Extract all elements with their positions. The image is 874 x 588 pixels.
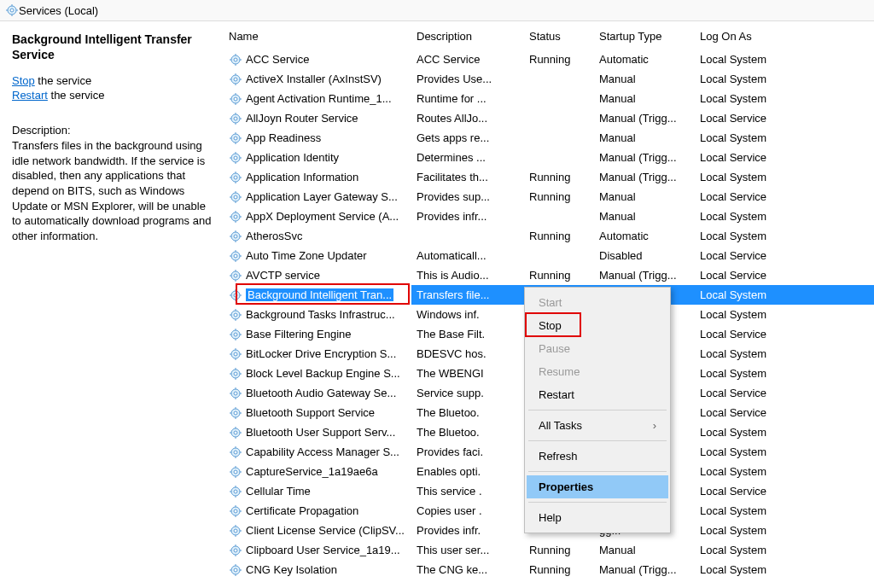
table-header-row[interactable]: Name Description Status Startup Type Log…	[224, 21, 874, 49]
cell-desc: BDESVC hos.	[411, 344, 524, 364]
svg-point-133	[234, 470, 237, 474]
service-gear-icon	[229, 367, 242, 381]
service-gear-icon	[229, 112, 242, 125]
cell-name[interactable]: Block Level Backup Engine S...	[224, 364, 411, 383]
cell-status	[524, 207, 594, 226]
cell-name[interactable]: CaptureService_1a19ae6a	[224, 462, 411, 481]
stop-link[interactable]: Stop	[12, 74, 35, 87]
menu-resume[interactable]: Resume	[527, 360, 668, 383]
cell-startup: Manual (Trigg...	[594, 108, 695, 128]
table-row[interactable]: Auto Time Zone UpdaterAutomaticall...Dis…	[224, 246, 874, 265]
service-gear-icon	[229, 465, 242, 479]
svg-point-109	[234, 392, 237, 395]
window-header: Services (Local)	[0, 0, 874, 21]
table-row[interactable]: App ReadinessGets apps re...ManualLocal …	[224, 128, 874, 148]
context-menu: Start Stop Pause Resume Restart All Task…	[524, 287, 671, 533]
svg-point-13	[234, 78, 237, 81]
table-row[interactable]: AtherosSvcRunningAutomaticLocal System	[224, 226, 874, 246]
cell-name[interactable]: Certificate Propagation	[224, 501, 411, 521]
cell-desc: Provides infr.	[411, 521, 524, 540]
cell-name[interactable]: Application Layer Gateway S...	[224, 187, 411, 207]
table-row[interactable]: Agent Activation Runtime_1...Runtime for…	[224, 89, 874, 108]
col-startup[interactable]: Startup Type	[594, 21, 695, 49]
menu-pause[interactable]: Pause	[527, 337, 668, 360]
cell-name[interactable]: AtherosSvc	[224, 226, 411, 246]
cell-status	[524, 128, 594, 148]
cell-startup: Manual	[594, 128, 695, 148]
cell-name[interactable]: AppX Deployment Service (A...	[224, 207, 411, 226]
cell-name[interactable]: App Readiness	[224, 128, 411, 148]
service-gear-icon	[229, 230, 242, 243]
svg-point-25	[234, 117, 237, 120]
svg-point-103	[234, 372, 237, 376]
svg-point-19	[234, 97, 237, 101]
restart-action-line: Restart the service	[12, 89, 212, 102]
cell-name[interactable]: Application Information	[224, 167, 411, 187]
cell-name[interactable]: BitLocker Drive Encryption S...	[224, 344, 411, 364]
table-row[interactable]: Application InformationFacilitates th...…	[224, 167, 874, 187]
cell-desc: Provides Use...	[411, 69, 524, 89]
cell-name[interactable]: Cellular Time	[224, 481, 411, 501]
table-row[interactable]: AppX Deployment Service (A...Provides in…	[224, 207, 874, 226]
cell-name[interactable]: AllJoyn Router Service	[224, 108, 411, 128]
svg-point-79	[234, 294, 237, 297]
menu-properties[interactable]: Properties	[527, 475, 668, 498]
cell-name[interactable]: Bluetooth Audio Gateway Se...	[224, 383, 411, 403]
cell-name[interactable]: CNG Key Isolation	[224, 560, 411, 579]
menu-refresh[interactable]: Refresh	[527, 445, 668, 468]
col-status[interactable]: Status	[524, 21, 594, 49]
menu-help[interactable]: Help	[527, 506, 668, 529]
cell-name[interactable]: Base Filtering Engine	[224, 324, 411, 344]
menu-restart[interactable]: Restart	[527, 383, 668, 406]
table-row[interactable]: ActiveX Installer (AxInstSV)Provides Use…	[224, 69, 874, 89]
cell-logon: Local Service	[695, 148, 874, 167]
cell-logon: Local System	[695, 422, 874, 442]
svg-point-73	[234, 274, 237, 277]
cell-name[interactable]: Bluetooth Support Service	[224, 403, 411, 422]
table-row[interactable]: CNG Key IsolationThe CNG ke...RunningMan…	[224, 560, 874, 579]
cell-name[interactable]: ActiveX Installer (AxInstSV)	[224, 69, 411, 89]
table-row[interactable]: ACC ServiceACC ServiceRunningAutomaticLo…	[224, 49, 874, 69]
description-label: Description:	[12, 124, 212, 137]
svg-point-49	[234, 195, 237, 199]
menu-stop[interactable]: Stop	[527, 314, 668, 337]
cell-name[interactable]: Clipboard User Service_1a19...	[224, 540, 411, 560]
cell-name[interactable]: ACC Service	[224, 49, 411, 69]
cell-startup: Manual	[594, 207, 695, 226]
table-row[interactable]: Application IdentityDetermines ...Manual…	[224, 148, 874, 167]
menu-start[interactable]: Start	[527, 291, 668, 314]
cell-name[interactable]: Client License Service (ClipSV...	[224, 521, 411, 540]
col-description[interactable]: Description	[411, 21, 524, 49]
menu-all-tasks[interactable]: All Tasks›	[527, 414, 668, 437]
cell-name[interactable]: Background Intelligent Tran...	[224, 285, 411, 305]
description-text: Transfers files in the background using …	[12, 138, 212, 243]
cell-name[interactable]: Agent Activation Runtime_1...	[224, 89, 411, 108]
svg-point-85	[234, 313, 237, 317]
table-row[interactable]: Clipboard User Service_1a19...This user …	[224, 540, 874, 560]
service-name-text: CNG Key Isolation	[246, 563, 337, 576]
service-name-text: CaptureService_1a19ae6a	[246, 465, 378, 478]
cell-desc: Runtime for ...	[411, 89, 524, 108]
cell-name[interactable]: Bluetooth User Support Serv...	[224, 422, 411, 442]
col-logon[interactable]: Log On As	[695, 21, 874, 49]
cell-logon: Local Service	[695, 108, 874, 128]
cell-name[interactable]: Capability Access Manager S...	[224, 442, 411, 462]
table-row[interactable]: AVCTP serviceThis is Audio...RunningManu…	[224, 265, 874, 285]
service-gear-icon	[229, 406, 242, 420]
table-row[interactable]: AllJoyn Router ServiceRoutes AllJo...Man…	[224, 108, 874, 128]
cell-name[interactable]: Auto Time Zone Updater	[224, 246, 411, 265]
cell-name[interactable]: Application Identity	[224, 148, 411, 167]
svg-point-163	[234, 568, 237, 572]
col-name[interactable]: Name	[224, 21, 411, 49]
service-name-text: AVCTP service	[246, 269, 320, 282]
service-name-text: ActiveX Installer (AxInstSV)	[246, 73, 382, 85]
cell-desc: This is Audio...	[411, 265, 524, 285]
cell-desc	[411, 226, 524, 246]
table-row[interactable]: Application Layer Gateway S...Provides s…	[224, 187, 874, 207]
cell-name[interactable]: AVCTP service	[224, 265, 411, 285]
cell-name[interactable]: Background Tasks Infrastruc...	[224, 305, 411, 324]
restart-link[interactable]: Restart	[12, 89, 48, 102]
svg-point-43	[234, 176, 237, 179]
cell-desc: The Bluetoo.	[411, 422, 524, 442]
cell-status: Running	[524, 265, 594, 285]
